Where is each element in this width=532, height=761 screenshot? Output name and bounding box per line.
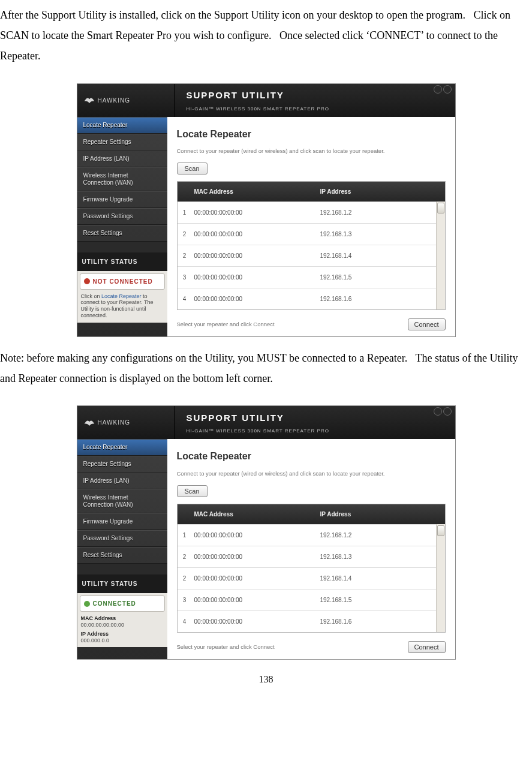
panel-title: Locate Repeater	[177, 447, 446, 465]
col-mac: MAC Address	[192, 182, 318, 201]
status-pill-not-connected: NOT CONNECTED	[80, 273, 165, 290]
sidebar-item-repeater-settings[interactable]: Repeater Settings	[77, 134, 167, 151]
scrollbar[interactable]	[436, 201, 445, 309]
table-row[interactable]: 3 00:00:00:00:00:00 192.168.1.5	[178, 266, 445, 288]
brand-name: HAWKING	[98, 417, 130, 428]
table-row[interactable]: 1 00:00:00:00:00:00 192.168.1.2	[178, 524, 445, 546]
app-subtitle: HI-GAIN™ WIRELESS 300N SMART REPEATER PR…	[187, 426, 455, 435]
table-row[interactable]: 3 00:00:00:00:00:00 192.168.1.5	[178, 589, 445, 610]
status-note-link: Locate Repeater	[101, 293, 142, 299]
sidebar-item-repeater-settings[interactable]: Repeater Settings	[77, 456, 167, 473]
status-note: Click on Locate Repeater to connect to y…	[77, 292, 167, 320]
app-window-connected: HAWKING SUPPORT UTILITY HI-GAIN™ WIRELES…	[77, 405, 456, 659]
connect-button[interactable]: Connect	[408, 318, 446, 330]
brand-name: HAWKING	[98, 95, 130, 106]
sidebar: Locate Repeater Repeater Settings IP Add…	[77, 439, 167, 658]
brand: HAWKING	[77, 84, 175, 117]
brand: HAWKING	[77, 406, 175, 439]
table-row[interactable]: 2 00:00:00:00:00:00 192.168.1.4	[178, 567, 445, 589]
title-cell: SUPPORT UTILITY HI-GAIN™ WIRELESS 300N S…	[175, 406, 455, 439]
close-icon[interactable]	[443, 85, 452, 94]
scan-button[interactable]: Scan	[177, 485, 208, 497]
status-mac: MAC Address 00:00:00:00:00:00	[77, 614, 167, 630]
col-ip: IP Address	[318, 504, 435, 524]
connect-hint: Select your repeater and click Connect	[177, 642, 275, 652]
repeater-table: MAC Address IP Address 1 00:00:00:00:00:…	[177, 181, 446, 310]
connect-hint: Select your repeater and click Connect	[177, 319, 275, 330]
content-panel: Locate Repeater Connect to your repeater…	[167, 117, 455, 336]
status-label: CONNECTED	[93, 598, 136, 609]
status-label: NOT CONNECTED	[93, 276, 153, 287]
hawk-icon	[83, 418, 95, 428]
utility-status: UTILITY STATUS NOT CONNECTED Click on Lo…	[77, 252, 167, 323]
window-controls	[434, 85, 452, 94]
table-row[interactable]: 2 00:00:00:00:00:00 192.168.1.3	[178, 546, 445, 567]
sidebar-item-ip-address-lan[interactable]: IP Address (LAN)	[77, 151, 167, 167]
table-row[interactable]: 4 00:00:00:00:00:00 192.168.1.6	[178, 610, 445, 632]
sidebar-item-locate-repeater[interactable]: Locate Repeater	[77, 117, 167, 134]
utility-status: UTILITY STATUS CONNECTED MAC Address 00:…	[77, 574, 167, 647]
sidebar-item-firmware-upgrade[interactable]: Firmware Upgrade	[77, 513, 167, 530]
sidebar-item-ip-address-lan[interactable]: IP Address (LAN)	[77, 473, 167, 489]
hawk-icon	[83, 95, 95, 105]
sidebar: Locate Repeater Repeater Settings IP Add…	[77, 117, 167, 336]
sidebar-item-wireless-wan[interactable]: Wireless Internet Connection (WAN)	[77, 167, 167, 191]
sidebar-item-wireless-wan[interactable]: Wireless Internet Connection (WAN)	[77, 489, 167, 513]
utility-status-title: UTILITY STATUS	[77, 574, 167, 593]
table-header: MAC Address IP Address	[178, 182, 445, 201]
title-cell: SUPPORT UTILITY HI-GAIN™ WIRELESS 300N S…	[175, 84, 455, 117]
app-header: HAWKING SUPPORT UTILITY HI-GAIN™ WIRELES…	[77, 84, 455, 117]
scrollbar[interactable]	[436, 524, 445, 632]
repeater-table: MAC Address IP Address 1 00:00:00:00:00:…	[177, 504, 446, 633]
table-header: MAC Address IP Address	[178, 504, 445, 524]
minimize-icon[interactable]	[434, 407, 442, 416]
table-row[interactable]: 1 00:00:00:00:00:00 192.168.1.2	[178, 201, 445, 223]
scrollbar-thumb[interactable]	[437, 203, 444, 213]
col-ip: IP Address	[318, 182, 435, 201]
utility-status-title: UTILITY STATUS	[77, 252, 167, 271]
scrollbar-thumb[interactable]	[437, 525, 444, 536]
panel-title: Locate Repeater	[177, 125, 446, 143]
col-mac: MAC Address	[192, 504, 318, 524]
connect-button[interactable]: Connect	[408, 641, 446, 653]
status-dot-icon	[84, 278, 90, 284]
page-number: 138	[0, 670, 532, 688]
scan-button[interactable]: Scan	[177, 163, 208, 175]
panel-subtitle: Connect to your repeater (wired or wirel…	[177, 146, 446, 157]
panel-subtitle: Connect to your repeater (wired or wirel…	[177, 468, 446, 479]
close-icon[interactable]	[443, 407, 452, 416]
sidebar-item-password-settings[interactable]: Password Settings	[77, 208, 167, 225]
sidebar-item-password-settings[interactable]: Password Settings	[77, 530, 167, 547]
table-row[interactable]: 2 00:00:00:00:00:00 192.168.1.3	[178, 223, 445, 245]
table-row[interactable]: 4 00:00:00:00:00:00 192.168.1.6	[178, 288, 445, 309]
sidebar-item-locate-repeater[interactable]: Locate Repeater	[77, 439, 167, 456]
status-dot-icon	[84, 601, 90, 607]
sidebar-item-firmware-upgrade[interactable]: Firmware Upgrade	[77, 191, 167, 208]
status-ip: IP Address 000.000.0.0	[77, 630, 167, 645]
doc-paragraph-1: After the Support Utility is installed, …	[0, 5, 532, 67]
table-row[interactable]: 2 00:00:00:00:00:00 192.168.1.4	[178, 245, 445, 266]
app-subtitle: HI-GAIN™ WIRELESS 300N SMART REPEATER PR…	[187, 104, 455, 113]
app-window-not-connected: HAWKING SUPPORT UTILITY HI-GAIN™ WIRELES…	[77, 83, 456, 337]
status-pill-connected: CONNECTED	[80, 595, 165, 612]
window-controls	[434, 407, 452, 416]
sidebar-item-reset-settings[interactable]: Reset Settings	[77, 225, 167, 242]
app-title: SUPPORT UTILITY	[187, 410, 455, 427]
minimize-icon[interactable]	[434, 85, 442, 94]
app-header: HAWKING SUPPORT UTILITY HI-GAIN™ WIRELES…	[77, 406, 455, 439]
doc-paragraph-2: Note: before making any configurations o…	[0, 348, 532, 389]
app-title: SUPPORT UTILITY	[187, 87, 455, 104]
sidebar-item-reset-settings[interactable]: Reset Settings	[77, 547, 167, 564]
content-panel: Locate Repeater Connect to your repeater…	[167, 439, 455, 658]
